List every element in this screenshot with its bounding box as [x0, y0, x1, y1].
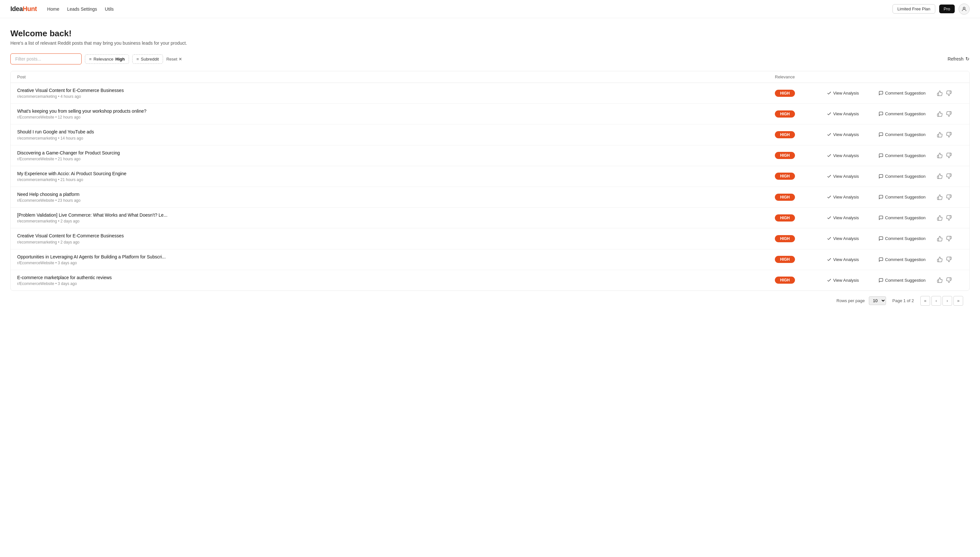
upvote-button[interactable] [937, 153, 943, 158]
relevance-filter-chip[interactable]: ≡ Relevance High [85, 54, 129, 64]
thumbs-down-icon [946, 236, 952, 241]
nav-leads-settings[interactable]: Leads Settings [67, 7, 97, 11]
thumbs-up-icon [937, 111, 943, 117]
comment-icon [879, 278, 884, 283]
refresh-icon: ↻ [965, 56, 970, 62]
upvote-button[interactable] [937, 90, 943, 96]
view-analysis-button[interactable]: View Analysis [827, 278, 859, 283]
table-body: Creative Visual Content for E-Commerce B… [11, 83, 969, 290]
first-page-button[interactable]: « [920, 296, 930, 306]
comment-suggestion-button[interactable]: Comment Suggestion [879, 236, 926, 241]
view-analysis-button[interactable]: View Analysis [827, 153, 859, 158]
comment-suggestion-button[interactable]: Comment Suggestion [879, 132, 926, 137]
thumbs-up-icon [937, 194, 943, 200]
thumbs-up-icon [937, 173, 943, 179]
post-info: Creative Visual Content for E-Commerce B… [17, 233, 775, 244]
main-content: Welcome back! Here's a list of relevant … [0, 18, 980, 318]
view-analysis-button[interactable]: View Analysis [827, 257, 859, 262]
downvote-button[interactable] [946, 173, 952, 179]
upvote-button[interactable] [937, 277, 943, 283]
upvote-button[interactable] [937, 256, 943, 262]
limited-free-plan-button[interactable]: Limited Free Plan [892, 4, 935, 14]
upvote-button[interactable] [937, 194, 943, 200]
last-page-button[interactable]: » [954, 296, 963, 306]
comment-suggestion-button[interactable]: Comment Suggestion [879, 278, 926, 283]
downvote-button[interactable] [946, 215, 952, 221]
thumbs-down-icon [946, 194, 952, 200]
upvote-button[interactable] [937, 173, 943, 179]
check-double-icon [827, 91, 831, 96]
upvote-button[interactable] [937, 215, 943, 221]
downvote-button[interactable] [946, 90, 952, 96]
upvote-button[interactable] [937, 111, 943, 117]
view-analysis-button[interactable]: View Analysis [827, 132, 859, 137]
check-double-icon [827, 132, 831, 137]
thumbs-up-icon [937, 236, 943, 241]
prev-page-button[interactable]: ‹ [931, 296, 941, 306]
post-title: Should I run Google and YouTube ads [17, 129, 775, 135]
rows-per-page-select[interactable]: 10 25 50 [869, 296, 886, 305]
comment-icon [879, 215, 884, 220]
view-analysis-button[interactable]: View Analysis [827, 111, 859, 116]
post-meta: r/ecommercemarketing • 21 hours ago [17, 178, 775, 182]
post-title: My Experience with Accio: Ai Product Sou… [17, 171, 775, 176]
thumbs-up-icon [937, 256, 943, 262]
thumbs-down-icon [946, 90, 952, 96]
nav-utils[interactable]: Utils [105, 7, 114, 11]
post-info: My Experience with Accio: Ai Product Sou… [17, 171, 775, 182]
relevance-cell: HIGH [775, 256, 827, 263]
downvote-button[interactable] [946, 236, 952, 241]
col-post: Post [17, 75, 775, 79]
comment-suggestion-button[interactable]: Comment Suggestion [879, 257, 926, 262]
upvote-button[interactable] [937, 236, 943, 241]
post-title: Creative Visual Content for E-Commerce B… [17, 88, 775, 93]
comment-suggestion-cell: Comment Suggestion [879, 91, 937, 96]
view-analysis-button[interactable]: View Analysis [827, 215, 859, 220]
comment-suggestion-button[interactable]: Comment Suggestion [879, 153, 926, 158]
downvote-button[interactable] [946, 277, 952, 283]
pro-button[interactable]: Pro [939, 5, 955, 13]
next-page-button[interactable]: › [942, 296, 952, 306]
relevance-badge: HIGH [775, 152, 795, 159]
reset-button[interactable]: Reset ✕ [166, 57, 182, 62]
relevance-cell: HIGH [775, 152, 827, 159]
comment-suggestion-button[interactable]: Comment Suggestion [879, 111, 926, 116]
vote-group [937, 132, 963, 138]
col-vote [937, 75, 963, 79]
comment-suggestion-button[interactable]: Comment Suggestion [879, 215, 926, 220]
check-double-icon [827, 174, 831, 179]
table-row: Creative Visual Content for E-Commerce B… [11, 83, 969, 104]
table-row: Discovering a Game-Changer for Product S… [11, 145, 969, 166]
vote-group [937, 173, 963, 179]
vote-group [937, 153, 963, 158]
view-analysis-cell: View Analysis [827, 153, 879, 158]
user-icon [961, 6, 967, 12]
post-info: E-commerce marketplace for authentic rev… [17, 275, 775, 286]
relevance-badge: HIGH [775, 235, 795, 242]
user-avatar-button[interactable] [959, 3, 970, 15]
downvote-button[interactable] [946, 111, 952, 117]
view-analysis-button[interactable]: View Analysis [827, 195, 859, 199]
logo[interactable]: IdeaHunt [10, 5, 37, 13]
comment-suggestion-cell: Comment Suggestion [879, 153, 937, 158]
filter-input[interactable] [10, 54, 82, 64]
comment-suggestion-button[interactable]: Comment Suggestion [879, 91, 926, 96]
downvote-button[interactable] [946, 256, 952, 262]
downvote-button[interactable] [946, 194, 952, 200]
view-analysis-button[interactable]: View Analysis [827, 174, 859, 179]
refresh-button[interactable]: Refresh ↻ [947, 56, 970, 62]
view-analysis-cell: View Analysis [827, 174, 879, 179]
view-analysis-button[interactable]: View Analysis [827, 91, 859, 96]
comment-suggestion-cell: Comment Suggestion [879, 132, 937, 137]
nav-home[interactable]: Home [47, 7, 59, 11]
downvote-button[interactable] [946, 153, 952, 158]
downvote-button[interactable] [946, 132, 952, 138]
relevance-badge: HIGH [775, 214, 795, 221]
subreddit-filter-chip[interactable]: ≡ Subreddit [132, 54, 163, 64]
navbar-right: Limited Free Plan Pro [892, 3, 970, 15]
upvote-button[interactable] [937, 132, 943, 138]
view-analysis-button[interactable]: View Analysis [827, 236, 859, 241]
comment-suggestion-button[interactable]: Comment Suggestion [879, 174, 926, 179]
comment-icon [879, 132, 884, 137]
comment-suggestion-button[interactable]: Comment Suggestion [879, 195, 926, 199]
